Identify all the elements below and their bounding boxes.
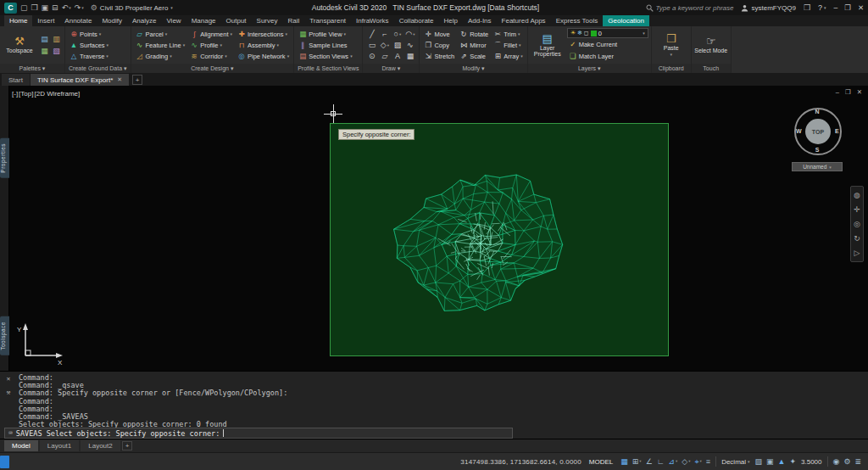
circle-icon[interactable]: ○▾ [391, 29, 403, 40]
region-icon[interactable]: ▱ [378, 51, 391, 62]
snap-mode-icon[interactable]: ⊞▾ [632, 458, 642, 466]
redo-icon[interactable]: ↷▾ [75, 4, 84, 12]
assembly-button[interactable]: ⊓Assembly▾ [236, 40, 291, 51]
profile-view-button[interactable]: ▦Profile View▾ [297, 29, 354, 40]
new-file-icon[interactable]: ▢ [20, 4, 28, 12]
ellipse-icon[interactable]: ◇▾ [378, 40, 391, 51]
showmotion-icon[interactable]: ▷ [854, 249, 860, 257]
traverse-button[interactable]: △Traverse▾ [68, 51, 110, 62]
toolspace-palette-tab[interactable]: Toolspace [0, 316, 9, 355]
ribbon-tab-annotate[interactable]: Annotate [59, 15, 97, 26]
panel-label-create-design[interactable]: Create Design ▾ [131, 64, 294, 73]
panel-label-palettes[interactable]: Palettes ▾ [0, 64, 64, 73]
gear-icon[interactable]: ⚙ [843, 458, 850, 466]
ribbon-tab-express-tools[interactable]: Express Tools [551, 15, 604, 26]
viewcube[interactable]: N E S W TOP Unnamed ▾ [791, 103, 843, 176]
zoom-icon[interactable]: ◎ [854, 220, 860, 228]
autoscale-icon[interactable]: ✦ [790, 458, 797, 466]
minimize-button[interactable]: – [834, 3, 838, 12]
coordinates-display[interactable]: 3147498.3386, 1713682.6614, 0.0000 [460, 458, 581, 466]
infer-constraints-icon[interactable]: ∠ [646, 458, 653, 466]
open-file-icon[interactable]: ❒ [31, 4, 38, 12]
viewcube-north[interactable]: N [815, 109, 819, 115]
layout-tab-layout2[interactable]: Layout2 [81, 440, 120, 451]
alignment-button[interactable]: ∫Alignment▾ [188, 29, 234, 40]
close-drawing-icon[interactable]: ✕ [857, 88, 862, 96]
close-command-window-icon[interactable]: ✕ [7, 375, 11, 383]
add-layout-button[interactable]: + [122, 441, 133, 450]
undo-icon[interactable]: ↶▾ [62, 4, 71, 12]
ribbon-tab-transparent[interactable]: Transparent [304, 15, 351, 26]
viewport-menu-button[interactable]: [-] [12, 90, 18, 98]
surfaces-button[interactable]: ▲Surfaces▾ [68, 40, 110, 51]
ucs-selector[interactable]: Unnamed ▾ [792, 162, 843, 171]
object-snap-icon[interactable]: ⌖▾ [695, 458, 702, 466]
customize-command-icon[interactable]: ⚒ [7, 389, 11, 396]
transparency-icon[interactable]: ▨ [755, 458, 763, 466]
viewcube-south[interactable]: S [815, 147, 820, 153]
intersections-button[interactable]: ✚Intersections▾ [236, 29, 291, 40]
line-icon[interactable]: ╱ [365, 29, 378, 40]
layout-tab-model[interactable]: Model [4, 440, 38, 451]
panel-label-touch[interactable]: Touch [692, 64, 731, 73]
feature-line-button[interactable]: ∿Feature Line▾ [134, 40, 187, 51]
panel-label-draw[interactable]: Draw ▾ [363, 64, 419, 73]
point-icon[interactable]: ⊙ [365, 51, 378, 62]
save-icon[interactable]: ▣ [42, 4, 49, 12]
panel-label-clipboard[interactable]: Clipboard [652, 64, 691, 73]
ribbon-tab-output[interactable]: Output [221, 15, 252, 26]
panorama-button[interactable]: ▧ [51, 46, 62, 57]
ribbon-tab-modify[interactable]: Modify [97, 15, 127, 26]
ribbon-tab-survey[interactable]: Survey [252, 15, 283, 26]
copy-button[interactable]: ❐Copy [422, 40, 456, 51]
close-button[interactable]: ✕ [858, 3, 864, 12]
points-button[interactable]: ⊕Points▾ [68, 29, 110, 40]
layer-select[interactable]: ☀❄◻0▾ [567, 28, 648, 38]
viewcube-west[interactable]: W [796, 128, 802, 134]
plot-icon[interactable]: ⊟ [52, 4, 58, 12]
ribbon-tab-home[interactable]: Home [4, 15, 32, 26]
close-tab-icon[interactable]: ✕ [117, 76, 122, 83]
app-store-icon[interactable]: ❒ [804, 3, 810, 12]
ribbon-tab-insert[interactable]: Insert [32, 15, 59, 26]
move-button[interactable]: ✛Move [422, 29, 456, 40]
panel-label-layers[interactable]: Layers ▾ [528, 64, 651, 73]
parcel-button[interactable]: ▱Parcel▾ [134, 29, 187, 40]
isolate-objects-icon[interactable]: ◉ [833, 458, 840, 466]
units-format-select[interactable]: Decimal ▾ [721, 458, 749, 466]
properties-palette-button[interactable]: ▥ [51, 34, 62, 45]
arc-icon[interactable]: ◠▾ [403, 29, 416, 40]
grid-display-icon[interactable]: ▦ [620, 458, 628, 466]
minimize-drawing-icon[interactable]: – [836, 88, 839, 96]
ortho-mode-icon[interactable]: ∟ [657, 458, 665, 466]
polyline-icon[interactable]: ⌐ [378, 29, 391, 40]
application-menu-button[interactable]: C [4, 3, 17, 14]
drawing-area[interactable]: Specify opposite corner: [-] [Top] [2D W… [0, 86, 868, 371]
orbit-icon[interactable]: ↻ [854, 234, 860, 243]
command-input[interactable]: ⌨ SAVEAS Select objects: Specify opposit… [4, 428, 513, 439]
search-box[interactable]: Type a keyword or phrase [646, 4, 734, 12]
rotate-button[interactable]: ↻Rotate [458, 29, 490, 40]
navigation-wheel-icon[interactable]: ◍ [854, 191, 860, 199]
annotation-visibility-icon[interactable]: ▲ [778, 458, 786, 466]
view-controls-button[interactable]: [Top] [19, 90, 33, 98]
select-mode-button[interactable]: ☞Select Mode [694, 27, 728, 63]
toolspace-button[interactable]: ⚒Toolspace [3, 27, 36, 63]
section-views-button[interactable]: ▤Section Views▾ [297, 51, 354, 62]
file-tab-tin-surface-dxf-export[interactable]: TIN Surface DXF Export*✕ [31, 74, 129, 86]
ribbon-tab-add-ins[interactable]: Add-Ins [463, 15, 497, 26]
maximize-button[interactable]: ❐ [844, 3, 851, 12]
restore-drawing-icon[interactable]: ❐ [845, 88, 851, 96]
match-layer-button[interactable]: ❏Match Layer [567, 51, 648, 62]
workspace-switcher[interactable]: ⚙ Civil 3D Propeller Aero ▾ [91, 3, 173, 12]
trim-button[interactable]: ✂Trim▾ [492, 29, 524, 40]
lineweight-icon[interactable]: ≡ [706, 458, 710, 466]
corridor-button[interactable]: ≋Corridor▾ [188, 51, 234, 62]
sample-lines-button[interactable]: ∥Sample Lines [297, 40, 354, 51]
stretch-button[interactable]: ⇲Stretch [422, 51, 456, 62]
ribbon-tab-analyze[interactable]: Analyze [127, 15, 161, 26]
paste-button[interactable]: ❒Paste▾ [654, 27, 688, 63]
ribbon-tab-infraworks[interactable]: InfraWorks [351, 15, 394, 26]
scale-button[interactable]: ⇗Scale [458, 51, 490, 62]
layer-properties-button[interactable]: ▤Layer Properties [531, 27, 565, 63]
